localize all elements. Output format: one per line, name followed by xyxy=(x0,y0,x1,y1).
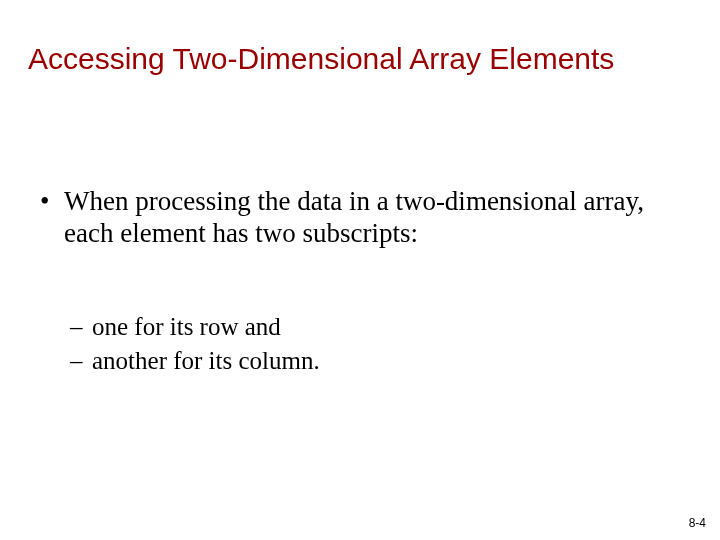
bullet-main: When processing the data in a two-dimens… xyxy=(36,185,684,250)
slide-body: When processing the data in a two-dimens… xyxy=(36,185,684,377)
sub-bullet-2: another for its column. xyxy=(70,344,684,378)
slide-number: 8-4 xyxy=(689,516,706,530)
sub-bullet-1: one for its row and xyxy=(70,310,684,344)
sub-bullet-list: one for its row and another for its colu… xyxy=(70,310,684,378)
slide-title: Accessing Two-Dimensional Array Elements xyxy=(28,42,692,77)
slide: Accessing Two-Dimensional Array Elements… xyxy=(0,0,720,540)
